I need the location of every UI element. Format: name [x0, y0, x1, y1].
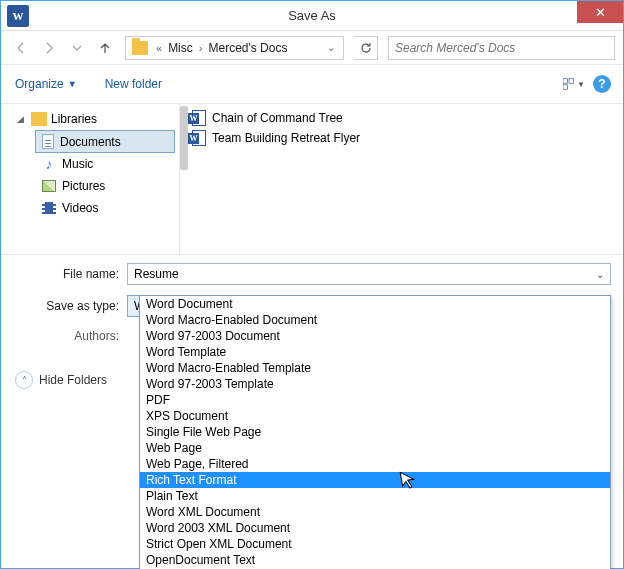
back-button[interactable]	[9, 36, 33, 60]
hide-folders-label: Hide Folders	[39, 373, 107, 387]
filetype-option[interactable]: Word Macro-Enabled Document	[140, 312, 610, 328]
word-doc-icon	[192, 130, 206, 146]
save-as-type-options: Word Document Word Macro-Enabled Documen…	[139, 295, 611, 569]
filetype-option[interactable]: Web Page, Filtered	[140, 456, 610, 472]
tree-pictures[interactable]: Pictures	[35, 175, 175, 197]
search-box[interactable]	[388, 36, 615, 60]
titlebar: W Save As ✕	[1, 1, 623, 31]
arrow-right-icon	[42, 41, 56, 55]
chevron-down-icon[interactable]: ⌄	[596, 269, 604, 280]
toolbar: Organize ▼ New folder ▼ ?	[1, 65, 623, 103]
file-item[interactable]: Chain of Command Tree	[188, 108, 615, 128]
svg-rect-2	[563, 85, 568, 90]
navigation-pane: ◢ Libraries Documents ♪ Music Pictures	[1, 104, 179, 254]
save-as-type-label: Save as type:	[13, 299, 127, 313]
file-list: Chain of Command Tree Team Building Retr…	[180, 104, 623, 254]
breadcrumb-seg-misc[interactable]: Misc	[166, 41, 195, 55]
tree-videos[interactable]: Videos	[35, 197, 175, 219]
new-folder-label: New folder	[105, 77, 162, 91]
tree-label-music: Music	[62, 157, 93, 171]
organize-menu[interactable]: Organize ▼	[15, 77, 77, 91]
navpane-scrollbar[interactable]	[180, 106, 188, 170]
filetype-option[interactable]: Word Document	[140, 296, 610, 312]
chevron-down-icon: ▼	[68, 79, 77, 89]
breadcrumb-seg-merceds-docs[interactable]: Merced's Docs	[206, 41, 289, 55]
documents-icon	[42, 134, 54, 149]
tree-label-videos: Videos	[62, 201, 98, 215]
address-bar-row: « Misc › Merced's Docs ⌄	[1, 31, 623, 65]
chevron-down-icon	[72, 43, 82, 53]
file-name-field-wrap[interactable]: ⌄	[127, 263, 611, 285]
refresh-button[interactable]	[354, 36, 378, 60]
view-icon	[563, 77, 575, 91]
close-button[interactable]: ✕	[577, 1, 623, 23]
new-folder-button[interactable]: New folder	[105, 77, 162, 91]
videos-icon	[42, 202, 56, 214]
tree-label-pictures: Pictures	[62, 179, 105, 193]
chevron-up-icon: ˄	[15, 371, 33, 389]
file-name-row: File name: ⌄	[13, 263, 611, 285]
breadcrumb-overflow[interactable]: «	[152, 42, 166, 54]
tree-libraries[interactable]: ◢ Libraries	[5, 110, 175, 128]
breadcrumb-bar[interactable]: « Misc › Merced's Docs ⌄	[125, 36, 344, 60]
arrow-up-icon	[98, 41, 112, 55]
browser-body: ◢ Libraries Documents ♪ Music Pictures	[1, 103, 623, 255]
filetype-option[interactable]: Word Macro-Enabled Template	[140, 360, 610, 376]
music-icon: ♪	[42, 157, 56, 171]
folder-icon	[132, 41, 148, 55]
change-view-button[interactable]: ▼	[563, 74, 585, 94]
filetype-option[interactable]: PDF	[140, 392, 610, 408]
filetype-option[interactable]: Web Page	[140, 440, 610, 456]
save-as-dialog: W Save As ✕ « Misc › Merced's Docs ⌄	[0, 0, 624, 569]
refresh-icon	[359, 41, 373, 55]
up-button[interactable]	[93, 36, 117, 60]
filetype-option[interactable]: Word Template	[140, 344, 610, 360]
filetype-option[interactable]: OpenDocument Text	[140, 552, 610, 568]
chevron-down-icon: ▼	[577, 80, 585, 89]
word-doc-icon	[192, 110, 206, 126]
help-button[interactable]: ?	[593, 75, 611, 93]
filetype-option[interactable]: Single File Web Page	[140, 424, 610, 440]
file-name: Chain of Command Tree	[212, 111, 343, 125]
file-name-label: File name:	[13, 267, 127, 281]
authors-label: Authors:	[13, 327, 127, 343]
svg-rect-1	[569, 79, 574, 84]
file-name-input[interactable]	[134, 267, 581, 281]
chevron-right-icon: ›	[195, 42, 207, 54]
expand-toggle-icon[interactable]: ◢	[17, 114, 27, 124]
recent-locations-button[interactable]	[65, 36, 89, 60]
tree-music[interactable]: ♪ Music	[35, 153, 175, 175]
libraries-icon	[31, 112, 47, 126]
word-app-icon: W	[7, 5, 29, 27]
toolbar-right: ▼ ?	[563, 74, 611, 94]
svg-rect-0	[563, 79, 568, 84]
filetype-option[interactable]: Word 97-2003 Template	[140, 376, 610, 392]
filetype-option[interactable]: XPS Document	[140, 408, 610, 424]
tree-label-documents: Documents	[60, 135, 121, 149]
filetype-option[interactable]: Word XML Document	[140, 504, 610, 520]
breadcrumb-dropdown[interactable]: ⌄	[321, 42, 341, 53]
tree-documents[interactable]: Documents	[35, 130, 175, 153]
pictures-icon	[42, 180, 56, 192]
file-name: Team Building Retreat Flyer	[212, 131, 360, 145]
file-item[interactable]: Team Building Retreat Flyer	[188, 128, 615, 148]
window-title: Save As	[1, 8, 623, 23]
filetype-option[interactable]: Plain Text	[140, 488, 610, 504]
filetype-option[interactable]: Word 2003 XML Document	[140, 520, 610, 536]
arrow-left-icon	[14, 41, 28, 55]
filetype-option-selected[interactable]: Rich Text Format	[140, 472, 610, 488]
tree-children: Documents ♪ Music Pictures Videos	[5, 130, 175, 219]
search-input[interactable]	[395, 41, 608, 55]
forward-button[interactable]	[37, 36, 61, 60]
filetype-option[interactable]: Word 97-2003 Document	[140, 328, 610, 344]
organize-label: Organize	[15, 77, 64, 91]
tree-label-libraries: Libraries	[51, 112, 97, 126]
filetype-option[interactable]: Strict Open XML Document	[140, 536, 610, 552]
